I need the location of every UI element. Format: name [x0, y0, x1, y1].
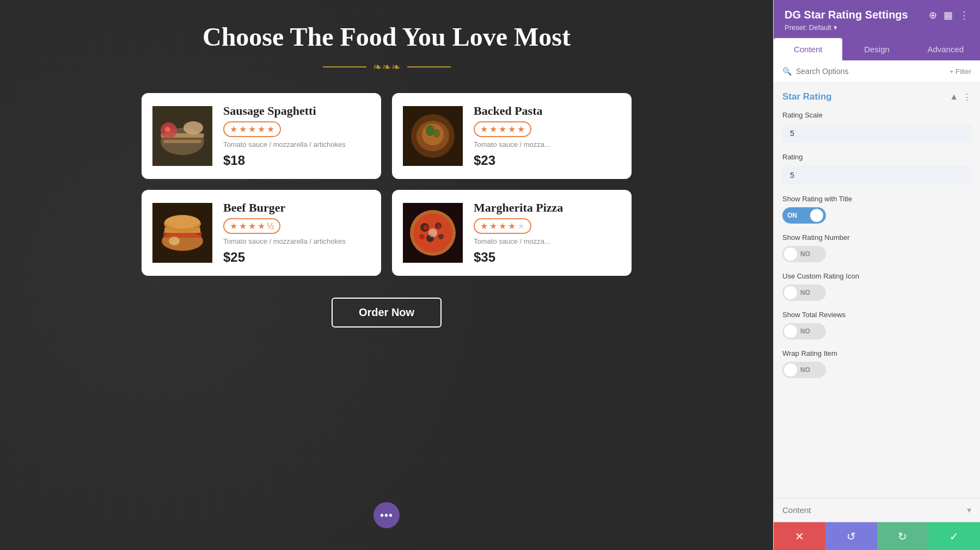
- menu-card-title-pasta: Backed Pasta: [474, 104, 621, 118]
- wrap-rating-toggle[interactable]: NO: [782, 362, 826, 378]
- rating-scale-input[interactable]: [782, 123, 971, 143]
- collapse-button[interactable]: ▲: [950, 92, 958, 102]
- settings-search-bar: 🔍 + Filter: [774, 60, 980, 83]
- toggle-handle: [810, 209, 823, 222]
- svg-point-5: [165, 127, 170, 132]
- menu-card-stars-pasta: ★ ★ ★ ★ ★: [474, 121, 531, 137]
- settings-title-row: DG Star Rating Settings ⊕ ▦ ⋮: [785, 9, 969, 21]
- toggle-on-active[interactable]: ON: [782, 207, 826, 224]
- show-total-reviews-label: Show Total Reviews: [782, 311, 971, 319]
- menu-title: Choose The Food You Love Most: [203, 22, 571, 52]
- svg-point-28: [437, 225, 440, 228]
- toggle-no-label-3: NO: [800, 327, 810, 335]
- menu-card-info-pasta: Backed Pasta ★ ★ ★ ★ ★ Tomato sauce / mo…: [474, 104, 621, 168]
- show-total-reviews-toggle[interactable]: NO: [782, 323, 826, 339]
- menu-card-price-burger: $25: [223, 250, 370, 265]
- star-1: ★: [230, 221, 237, 231]
- toggle-no-handle: [784, 248, 797, 261]
- wrap-rating-label: Wrap Rating Item: [782, 349, 971, 357]
- toggle-no-handle-3: [784, 325, 797, 338]
- search-input[interactable]: [796, 67, 945, 76]
- star-2: ★: [489, 221, 497, 231]
- settings-panel: DG Star Rating Settings ⊕ ▦ ⋮ Preset: De…: [773, 0, 980, 550]
- use-custom-icon-toggle[interactable]: NO: [782, 285, 826, 301]
- star-4: ★: [508, 124, 516, 134]
- star-4: ★: [508, 221, 516, 231]
- menu-card-info-pizza: Margherita Pizza ★ ★ ★ ★ ★ Tomato sauce …: [474, 201, 621, 265]
- target-icon[interactable]: ⊕: [929, 9, 937, 21]
- svg-point-18: [165, 215, 200, 228]
- redo-button[interactable]: ↻: [877, 522, 929, 550]
- cancel-button[interactable]: ✕: [774, 522, 825, 550]
- menu-card-title-pizza: Margherita Pizza: [474, 201, 621, 215]
- menu-grid: Sausage Spaghetti ★ ★ ★ ★ ★ Tomato sauce…: [142, 93, 632, 276]
- tab-design[interactable]: Design: [842, 38, 911, 60]
- svg-point-29: [419, 234, 425, 239]
- svg-point-6: [183, 121, 203, 134]
- fab-button[interactable]: •••: [373, 502, 400, 528]
- star-5: ★: [267, 124, 274, 134]
- star-1: ★: [480, 221, 488, 231]
- svg-point-12: [433, 129, 440, 138]
- menu-card-desc-sausage: Tomato sauce / mozzarella / artichokes: [223, 140, 370, 149]
- menu-card-stars-pizza: ★ ★ ★ ★ ★: [474, 218, 531, 234]
- toggle-no-label-4: NO: [800, 366, 810, 374]
- layout-icon[interactable]: ▦: [944, 9, 953, 21]
- rating-scale-label: Rating Scale: [782, 111, 971, 119]
- star-2: ★: [239, 124, 247, 134]
- star-4: ★: [258, 221, 265, 231]
- show-rating-title-label: Show Rating with Title: [782, 195, 971, 203]
- fab-dots-icon: •••: [380, 509, 393, 522]
- star-3: ★: [499, 124, 506, 134]
- menu-panel: Choose The Food You Love Most ❧❧❧ Saus: [0, 0, 773, 550]
- food-image-burger: [152, 203, 212, 263]
- svg-point-19: [169, 237, 180, 245]
- more-options-icon[interactable]: ⋮: [959, 9, 969, 21]
- filter-button[interactable]: + Filter: [950, 67, 971, 76]
- toggle-no-handle-4: [784, 363, 797, 376]
- star-3: ★: [499, 221, 506, 231]
- tab-advanced[interactable]: Advanced: [911, 38, 980, 60]
- show-rating-number-field: Show Rating Number NO: [782, 233, 971, 262]
- menu-card-burger: Beef Burger ★ ★ ★ ★ ½ Tomato sauce / moz…: [142, 190, 381, 276]
- order-now-button[interactable]: Order Now: [332, 298, 442, 327]
- divider-ornament: ❧❧❧: [373, 60, 401, 73]
- food-image-sausage: [152, 106, 212, 166]
- show-total-reviews-field: Show Total Reviews NO: [782, 311, 971, 339]
- rating-label: Rating: [782, 153, 971, 161]
- star-4: ★: [258, 124, 265, 134]
- svg-point-30: [428, 228, 437, 237]
- content-section-footer[interactable]: Content ▾: [774, 498, 980, 522]
- svg-rect-3: [163, 140, 201, 143]
- use-custom-icon-field: Use Custom Rating Icon NO: [782, 272, 971, 301]
- section-more-button[interactable]: ⋮: [963, 92, 971, 102]
- settings-tabs: Content Design Advanced: [774, 38, 980, 60]
- star-half: ½: [267, 221, 274, 231]
- menu-card-price-pasta: $23: [474, 153, 621, 168]
- content-section-chevron: ▾: [967, 505, 971, 515]
- undo-button[interactable]: ↺: [825, 522, 877, 550]
- preset-chevron[interactable]: ▾: [834, 23, 837, 32]
- menu-card-desc-pasta: Tomato sauce / mozza...: [474, 140, 621, 149]
- star-1: ★: [230, 124, 237, 134]
- confirm-button[interactable]: ✓: [928, 522, 980, 550]
- preset-row: Preset: Default ▾: [785, 23, 969, 32]
- tab-content[interactable]: Content: [774, 38, 842, 60]
- use-custom-icon-label: Use Custom Rating Icon: [782, 272, 971, 280]
- toggle-no-handle-2: [784, 286, 797, 299]
- menu-card-desc-pizza: Tomato sauce / mozza...: [474, 237, 621, 245]
- star-2: ★: [239, 221, 247, 231]
- rating-input[interactable]: [782, 165, 971, 185]
- menu-divider: ❧❧❧: [323, 60, 451, 73]
- show-rating-number-toggle[interactable]: NO: [782, 246, 826, 262]
- divider-line-left: [323, 66, 366, 67]
- rating-field: Rating: [782, 153, 971, 185]
- show-rating-title-toggle[interactable]: ON: [782, 207, 971, 224]
- menu-card-sausage: Sausage Spaghetti ★ ★ ★ ★ ★ Tomato sauce…: [142, 93, 381, 179]
- toggle-no-label: NO: [800, 250, 810, 258]
- content-section-label: Content: [782, 505, 811, 515]
- search-icon: 🔍: [782, 67, 792, 76]
- food-image-pasta: [403, 106, 463, 166]
- order-btn-wrap[interactable]: Order Now: [332, 298, 442, 327]
- food-image-pizza: [403, 203, 463, 263]
